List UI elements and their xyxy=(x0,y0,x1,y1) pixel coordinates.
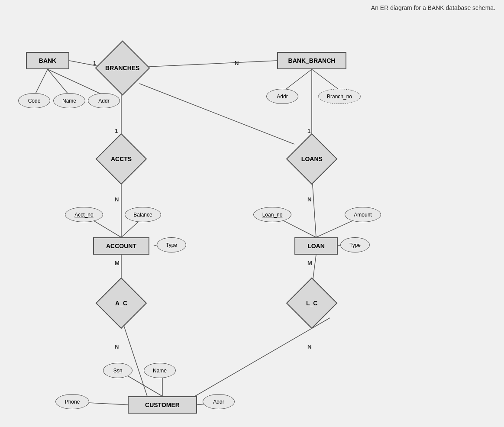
entity-account: ACCOUNT xyxy=(93,237,149,255)
attr-cust-name: Name xyxy=(144,363,176,378)
er-diagram: An ER diagram for a BANK database schema… xyxy=(0,0,504,427)
entity-customer: CUSTOMER xyxy=(128,396,197,414)
rel-loans: LOANS xyxy=(286,133,338,185)
attr-bank-code: Code xyxy=(18,93,50,108)
svg-line-15 xyxy=(312,69,341,91)
attr-acct-type: Type xyxy=(157,237,186,252)
card-n-ac-customer: N xyxy=(115,343,119,350)
entity-loan: LOAN xyxy=(294,237,338,255)
attr-cust-addr: Addr xyxy=(203,394,235,409)
card-n-lc-customer: N xyxy=(307,343,311,350)
diagram-caption: An ER diagram for a BANK database schema… xyxy=(371,4,495,11)
attr-ssn: Ssn xyxy=(103,363,132,378)
attr-amount: Amount xyxy=(345,207,381,222)
attr-balance: Balance xyxy=(125,207,161,222)
card-1-bb-loans: 1 xyxy=(307,128,310,134)
attr-acct-no: Acct_no xyxy=(65,207,103,222)
svg-line-24 xyxy=(89,403,130,405)
attr-loan-type: Type xyxy=(340,237,370,252)
entity-bank-branch: BANK_BRANCH xyxy=(277,52,346,69)
attr-bb-addr: Addr xyxy=(266,89,298,104)
card-n-accts-account: N xyxy=(115,196,119,203)
svg-line-14 xyxy=(284,69,312,91)
card-1-bank-branches: 1 xyxy=(93,60,96,66)
attr-bank-addr: Addr xyxy=(88,93,120,108)
svg-line-12 xyxy=(48,69,69,95)
rel-lc: L_C xyxy=(286,278,338,329)
svg-line-10 xyxy=(195,318,330,396)
svg-line-13 xyxy=(48,69,104,95)
card-n-branches-bb: N xyxy=(235,60,239,66)
svg-line-9 xyxy=(121,318,147,396)
card-n-loans-loan: N xyxy=(307,196,311,203)
card-m-loan-lc: M xyxy=(307,260,312,266)
entity-bank: BANK xyxy=(26,52,69,69)
attr-bank-name: Name xyxy=(53,93,85,108)
rel-branches: BRANCHES xyxy=(95,40,150,95)
attr-bb-branchno: Branch_no xyxy=(318,89,361,104)
attr-phone: Phone xyxy=(55,394,89,409)
card-1-branches-accts: 1 xyxy=(115,128,118,134)
svg-line-1 xyxy=(139,61,277,67)
rel-ac: A_C xyxy=(96,278,147,329)
attr-loan-no: Loan_no xyxy=(253,207,291,222)
card-m-account-ac: M xyxy=(115,260,120,266)
svg-line-11 xyxy=(35,69,48,95)
rel-accts: ACCTS xyxy=(96,133,147,185)
